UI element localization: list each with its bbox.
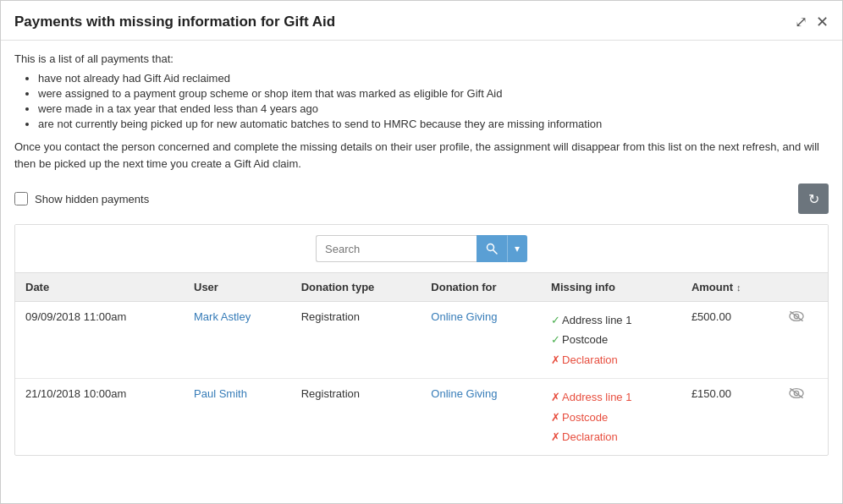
missing-info-item: ✗Declaration bbox=[551, 427, 671, 446]
table-row: 21/10/2018 10:00amPaul SmithRegistration… bbox=[15, 379, 828, 456]
cross-icon: ✗ bbox=[551, 427, 560, 446]
donation-for-link[interactable]: Online Giving bbox=[431, 387, 497, 400]
close-icon[interactable]: ✕ bbox=[816, 13, 829, 31]
cell-date: 09/09/2018 11:00am bbox=[15, 302, 184, 379]
cell-actions bbox=[779, 379, 828, 456]
svg-line-1 bbox=[493, 250, 498, 255]
once-text: Once you contact the person concerned an… bbox=[14, 139, 829, 172]
bullet-item: have not already had Gift Aid reclaimed bbox=[38, 72, 829, 85]
bullet-item: were made in a tax year that ended less … bbox=[38, 102, 829, 115]
missing-info-item: ✗Postcode bbox=[551, 408, 671, 427]
eye-slash-icon bbox=[789, 310, 804, 322]
show-hidden-text: Show hidden payments bbox=[35, 193, 149, 205]
missing-info-label: Postcode bbox=[562, 408, 608, 427]
col-actions bbox=[779, 273, 828, 302]
search-icon bbox=[486, 243, 498, 255]
modal-header-icons: ⤢ ✕ bbox=[795, 13, 829, 31]
controls-row: Show hidden payments ↻ bbox=[14, 184, 829, 214]
cell-donation-for: Online Giving bbox=[421, 379, 541, 456]
cell-date: 21/10/2018 10:00am bbox=[15, 379, 184, 456]
search-bar: ▾ bbox=[15, 225, 828, 273]
cell-missing-info: ✗Address line 1✗Postcode✗Declaration bbox=[541, 379, 681, 456]
hide-icon[interactable] bbox=[789, 387, 804, 402]
search-button[interactable] bbox=[477, 235, 507, 262]
missing-info-label: Declaration bbox=[562, 350, 618, 370]
bullet-list: have not already had Gift Aid reclaimed … bbox=[38, 72, 829, 130]
table-container: ▾ Date User Donation type Donation for M… bbox=[14, 224, 829, 456]
modal-container: Payments with missing information for Gi… bbox=[0, 0, 843, 504]
expand-icon[interactable]: ⤢ bbox=[795, 13, 807, 31]
missing-info-label: Address line 1 bbox=[562, 310, 631, 330]
col-amount: Amount ↕ bbox=[681, 273, 779, 302]
missing-info-item: ✓Address line 1 bbox=[551, 310, 671, 330]
col-date: Date bbox=[15, 273, 184, 302]
cell-amount: £150.00 bbox=[681, 379, 779, 456]
show-hidden-label[interactable]: Show hidden payments bbox=[14, 192, 149, 205]
cell-actions bbox=[779, 302, 828, 379]
col-missing-info: Missing info bbox=[541, 273, 681, 302]
hide-icon[interactable] bbox=[789, 310, 804, 325]
missing-info-label: Address line 1 bbox=[562, 387, 631, 407]
table-row: 09/09/2018 11:00amMark AstleyRegistratio… bbox=[15, 302, 828, 379]
cell-missing-info: ✓Address line 1✓Postcode✗Declaration bbox=[541, 302, 681, 379]
user-link[interactable]: Mark Astley bbox=[194, 310, 251, 323]
cross-icon: ✗ bbox=[551, 387, 560, 407]
check-icon: ✓ bbox=[551, 330, 560, 349]
data-table: Date User Donation type Donation for Mis… bbox=[15, 273, 828, 455]
search-dropdown-button[interactable]: ▾ bbox=[507, 235, 527, 262]
cell-donation-type: Registration bbox=[291, 379, 422, 456]
modal-title: Payments with missing information for Gi… bbox=[14, 14, 335, 30]
check-icon: ✓ bbox=[551, 310, 560, 330]
cross-icon: ✗ bbox=[551, 408, 560, 427]
cross-icon: ✗ bbox=[551, 350, 560, 370]
show-hidden-checkbox[interactable] bbox=[14, 192, 28, 205]
table-body: 09/09/2018 11:00amMark AstleyRegistratio… bbox=[15, 302, 828, 456]
cell-user: Paul Smith bbox=[184, 379, 291, 456]
missing-info-item: ✓Postcode bbox=[551, 330, 671, 349]
intro-text: This is a list of all payments that: bbox=[14, 52, 829, 65]
modal-header: Payments with missing information for Gi… bbox=[1, 1, 842, 41]
cell-user: Mark Astley bbox=[184, 302, 291, 379]
search-input[interactable] bbox=[316, 235, 477, 262]
cell-donation-type: Registration bbox=[291, 302, 422, 379]
refresh-button[interactable]: ↻ bbox=[798, 184, 829, 214]
cell-donation-for: Online Giving bbox=[421, 302, 541, 379]
donation-for-link[interactable]: Online Giving bbox=[431, 310, 497, 323]
table-header: Date User Donation type Donation for Mis… bbox=[15, 273, 828, 302]
col-donation-type: Donation type bbox=[291, 273, 422, 302]
missing-info-item: ✗Address line 1 bbox=[551, 387, 671, 407]
col-user: User bbox=[184, 273, 291, 302]
cell-amount: £500.00 bbox=[681, 302, 779, 379]
user-link[interactable]: Paul Smith bbox=[194, 387, 247, 400]
col-donation-for: Donation for bbox=[421, 273, 541, 302]
modal-body: This is a list of all payments that: hav… bbox=[1, 41, 842, 468]
missing-info-label: Postcode bbox=[562, 330, 608, 349]
bullet-item: were assigned to a payment group scheme … bbox=[38, 87, 829, 100]
eye-slash-icon bbox=[789, 387, 804, 399]
bullet-item: are not currently being picked up for ne… bbox=[38, 118, 829, 130]
missing-info-label: Declaration bbox=[562, 427, 618, 446]
sort-icon[interactable]: ↕ bbox=[736, 282, 741, 293]
missing-info-item: ✗Declaration bbox=[551, 350, 671, 370]
